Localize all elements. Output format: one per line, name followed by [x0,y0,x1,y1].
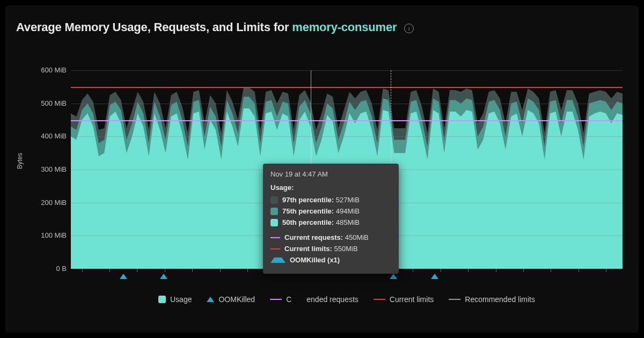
tooltip-percentile-row: 50th percentile: 485MiB [270,218,391,226]
y-tick-label: 300 MiB [41,165,67,173]
triangle-icon [270,258,286,263]
limits-line [71,87,623,88]
grid-line [71,104,623,104]
tooltip-percentile-row: 97th percentile: 527MiB [270,196,391,204]
oomkilled-marker-icon[interactable] [120,274,127,279]
chart-legend: Usage OOMKilled C ended requests Current… [71,295,623,304]
line-swatch-icon [374,299,385,300]
y-tick-label: 500 MiB [41,99,67,107]
line-swatch-icon [270,248,280,249]
tooltip-timestamp: Nov 19 at 4:47 AM [270,170,391,178]
y-axis-label: Bytes [16,153,24,169]
y-axis-ticks: 0 B100 MiB200 MiB300 MiB400 MiB500 MiB60… [31,70,69,268]
grid-line [71,70,623,71]
color-swatch-icon [270,208,278,215]
line-swatch-icon [449,299,460,300]
color-swatch-icon [270,219,278,226]
chart-title: Average Memory Usage, Requests, and Limi… [16,20,414,34]
y-tick-label: 100 MiB [41,231,67,239]
chart-tooltip: Nov 19 at 4:47 AM Usage: 97th percentile… [263,164,399,274]
line-swatch-icon [270,237,280,238]
legend-oomkilled[interactable]: OOMKilled [207,295,255,304]
tooltip-limits-row: Current limits: 550MiB [270,245,391,253]
legend-usage[interactable]: Usage [158,295,192,304]
tooltip-requests-row: Current requests: 450MiB [270,233,391,241]
oomkilled-marker-icon[interactable] [390,274,397,279]
info-icon[interactable]: i [404,24,414,33]
legend-current-limits[interactable]: Current limits [374,295,434,304]
oomkilled-marker-icon[interactable] [160,274,167,279]
color-swatch-icon [270,196,278,204]
triangle-icon [207,297,214,302]
legend-recommended-limits[interactable]: Recommended limits [449,295,535,304]
title-prefix: Average Memory Usage, Requests, and Limi… [16,20,292,34]
line-swatch-icon [270,299,282,300]
y-tick-label: 0 B [56,264,67,273]
requests-line [71,120,623,121]
y-tick-label: 200 MiB [41,198,67,206]
tooltip-section-label: Usage: [270,183,391,192]
legend-current-requests[interactable]: C [270,295,291,304]
y-tick-label: 600 MiB [41,66,67,74]
y-tick-label: 400 MiB [41,132,67,140]
tooltip-oom-row: OOMKilled (x1) [270,256,391,264]
usage-swatch-icon [158,296,166,303]
tooltip-percentile-row: 75th percentile: 494MiB [270,207,391,215]
title-subject: memory-consumer [292,20,397,34]
grid-line [71,136,623,137]
oomkilled-marker-icon[interactable] [431,274,438,279]
legend-recommended-requests[interactable]: ended requests [306,295,358,304]
